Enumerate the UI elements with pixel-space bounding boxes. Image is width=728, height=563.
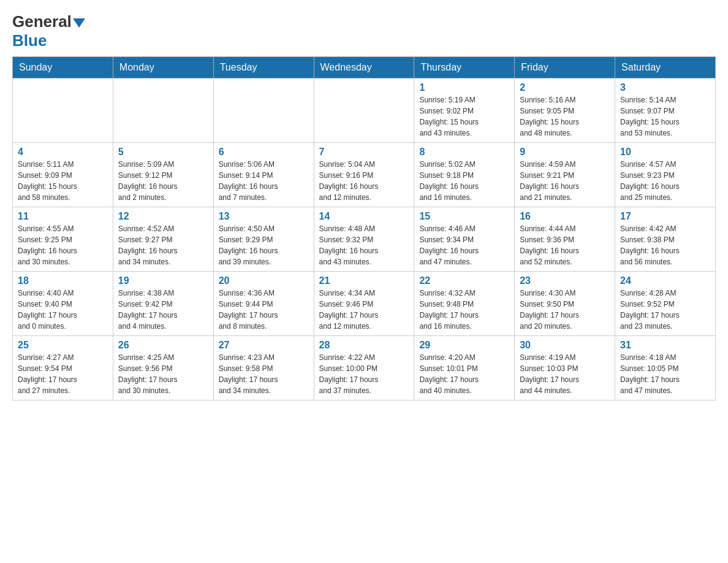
calendar-cell: 15Sunrise: 4:46 AMSunset: 9:34 PMDayligh… [414,207,515,272]
weekday-header-saturday: Saturday [615,57,716,79]
week-row-5: 25Sunrise: 4:27 AMSunset: 9:54 PMDayligh… [13,336,716,400]
day-number: 4 [18,147,108,158]
day-number: 29 [419,340,509,351]
calendar-cell: 25Sunrise: 4:27 AMSunset: 9:54 PMDayligh… [13,336,113,400]
day-info: Sunrise: 5:16 AMSunset: 9:05 PMDaylight:… [520,94,610,139]
day-number: 24 [620,275,710,286]
day-info: Sunrise: 4:50 AMSunset: 9:29 PMDaylight:… [219,223,309,267]
day-info: Sunrise: 4:44 AMSunset: 9:36 PMDaylight:… [520,223,610,267]
weekday-header-sunday: Sunday [13,57,113,79]
calendar-cell: 23Sunrise: 4:30 AMSunset: 9:50 PMDayligh… [515,272,615,336]
calendar-cell: 12Sunrise: 4:52 AMSunset: 9:27 PMDayligh… [113,207,213,272]
weekday-header-friday: Friday [515,57,615,79]
day-number: 5 [118,147,208,158]
calendar-cell: 1Sunrise: 5:19 AMSunset: 9:02 PMDaylight… [414,79,515,143]
day-number: 9 [520,147,610,158]
day-info: Sunrise: 5:04 AMSunset: 9:16 PMDaylight:… [319,159,409,203]
calendar-cell [314,79,414,143]
day-number: 16 [520,211,610,222]
day-number: 21 [319,275,409,286]
weekday-header-thursday: Thursday [414,57,515,79]
day-info: Sunrise: 4:42 AMSunset: 9:38 PMDaylight:… [620,223,710,267]
day-info: Sunrise: 5:09 AMSunset: 9:12 PMDaylight:… [118,159,208,203]
day-number: 25 [18,340,108,351]
day-info: Sunrise: 4:32 AMSunset: 9:48 PMDaylight:… [419,288,509,332]
day-info: Sunrise: 4:46 AMSunset: 9:34 PMDaylight:… [419,223,509,267]
day-info: Sunrise: 4:30 AMSunset: 9:50 PMDaylight:… [520,288,610,332]
day-number: 10 [620,147,710,158]
day-info: Sunrise: 4:34 AMSunset: 9:46 PMDaylight:… [319,288,409,332]
day-info: Sunrise: 5:06 AMSunset: 9:14 PMDaylight:… [219,159,309,203]
day-info: Sunrise: 4:40 AMSunset: 9:40 PMDaylight:… [18,288,108,332]
calendar-cell [213,79,314,143]
day-number: 1 [419,82,509,93]
day-number: 14 [319,211,409,222]
calendar-cell: 21Sunrise: 4:34 AMSunset: 9:46 PMDayligh… [314,272,414,336]
week-row-3: 11Sunrise: 4:55 AMSunset: 9:25 PMDayligh… [13,207,716,272]
week-row-4: 18Sunrise: 4:40 AMSunset: 9:40 PMDayligh… [13,272,716,336]
day-number: 12 [118,211,208,222]
calendar-cell: 29Sunrise: 4:20 AMSunset: 10:01 PMDaylig… [414,336,515,400]
calendar-cell: 19Sunrise: 4:38 AMSunset: 9:42 PMDayligh… [113,272,213,336]
calendar-cell: 22Sunrise: 4:32 AMSunset: 9:48 PMDayligh… [414,272,515,336]
logo-general-text: General [12,12,72,31]
day-info: Sunrise: 5:02 AMSunset: 9:18 PMDaylight:… [419,159,509,203]
day-number: 31 [620,340,710,351]
day-info: Sunrise: 4:22 AMSunset: 10:00 PMDaylight… [319,352,409,396]
day-number: 22 [419,275,509,286]
day-info: Sunrise: 4:57 AMSunset: 9:23 PMDaylight:… [620,159,710,203]
calendar-cell: 28Sunrise: 4:22 AMSunset: 10:00 PMDaylig… [314,336,414,400]
calendar-cell: 31Sunrise: 4:18 AMSunset: 10:05 PMDaylig… [615,336,716,400]
day-info: Sunrise: 5:14 AMSunset: 9:07 PMDaylight:… [620,94,710,139]
week-row-1: 1Sunrise: 5:19 AMSunset: 9:02 PMDaylight… [13,79,716,143]
calendar-cell: 5Sunrise: 5:09 AMSunset: 9:12 PMDaylight… [113,143,213,207]
day-info: Sunrise: 4:18 AMSunset: 10:05 PMDaylight… [620,352,710,396]
day-number: 18 [18,275,108,286]
day-info: Sunrise: 4:25 AMSunset: 9:56 PMDaylight:… [118,352,208,396]
calendar-cell: 27Sunrise: 4:23 AMSunset: 9:58 PMDayligh… [213,336,314,400]
calendar-cell: 9Sunrise: 4:59 AMSunset: 9:21 PMDaylight… [515,143,615,207]
day-info: Sunrise: 4:20 AMSunset: 10:01 PMDaylight… [419,352,509,396]
week-row-2: 4Sunrise: 5:11 AMSunset: 9:09 PMDaylight… [13,143,716,207]
day-number: 19 [118,275,208,286]
day-info: Sunrise: 4:27 AMSunset: 9:54 PMDaylight:… [18,352,108,396]
day-info: Sunrise: 4:23 AMSunset: 9:58 PMDaylight:… [219,352,309,396]
page-header: General Blue [12,12,716,50]
day-number: 30 [520,340,610,351]
calendar-cell [113,79,213,143]
day-info: Sunrise: 4:48 AMSunset: 9:32 PMDaylight:… [319,223,409,267]
day-info: Sunrise: 5:11 AMSunset: 9:09 PMDaylight:… [18,159,108,203]
calendar-cell [13,79,113,143]
day-number: 26 [118,340,208,351]
calendar-cell: 13Sunrise: 4:50 AMSunset: 9:29 PMDayligh… [213,207,314,272]
day-number: 13 [219,211,309,222]
calendar-cell: 30Sunrise: 4:19 AMSunset: 10:03 PMDaylig… [515,336,615,400]
weekday-header-row: SundayMondayTuesdayWednesdayThursdayFrid… [13,57,716,79]
calendar-cell: 11Sunrise: 4:55 AMSunset: 9:25 PMDayligh… [13,207,113,272]
day-info: Sunrise: 4:28 AMSunset: 9:52 PMDaylight:… [620,288,710,332]
calendar-table: SundayMondayTuesdayWednesdayThursdayFrid… [12,56,716,400]
calendar-cell: 17Sunrise: 4:42 AMSunset: 9:38 PMDayligh… [615,207,716,272]
day-number: 27 [219,340,309,351]
day-number: 28 [319,340,409,351]
day-number: 15 [419,211,509,222]
day-number: 11 [18,211,108,222]
day-number: 6 [219,147,309,158]
day-info: Sunrise: 4:55 AMSunset: 9:25 PMDaylight:… [18,223,108,267]
day-info: Sunrise: 4:59 AMSunset: 9:21 PMDaylight:… [520,159,610,203]
weekday-header-tuesday: Tuesday [213,57,314,79]
calendar-cell: 8Sunrise: 5:02 AMSunset: 9:18 PMDaylight… [414,143,515,207]
weekday-header-wednesday: Wednesday [314,57,414,79]
calendar-cell: 3Sunrise: 5:14 AMSunset: 9:07 PMDaylight… [615,79,716,143]
day-number: 3 [620,82,710,93]
day-number: 8 [419,147,509,158]
day-info: Sunrise: 4:36 AMSunset: 9:44 PMDaylight:… [219,288,309,332]
calendar-cell: 6Sunrise: 5:06 AMSunset: 9:14 PMDaylight… [213,143,314,207]
calendar-cell: 4Sunrise: 5:11 AMSunset: 9:09 PMDaylight… [13,143,113,207]
logo-triangle-icon [73,18,85,28]
day-info: Sunrise: 4:19 AMSunset: 10:03 PMDaylight… [520,352,610,396]
logo: General Blue [12,12,85,50]
day-info: Sunrise: 4:38 AMSunset: 9:42 PMDaylight:… [118,288,208,332]
day-number: 2 [520,82,610,93]
day-number: 23 [520,275,610,286]
